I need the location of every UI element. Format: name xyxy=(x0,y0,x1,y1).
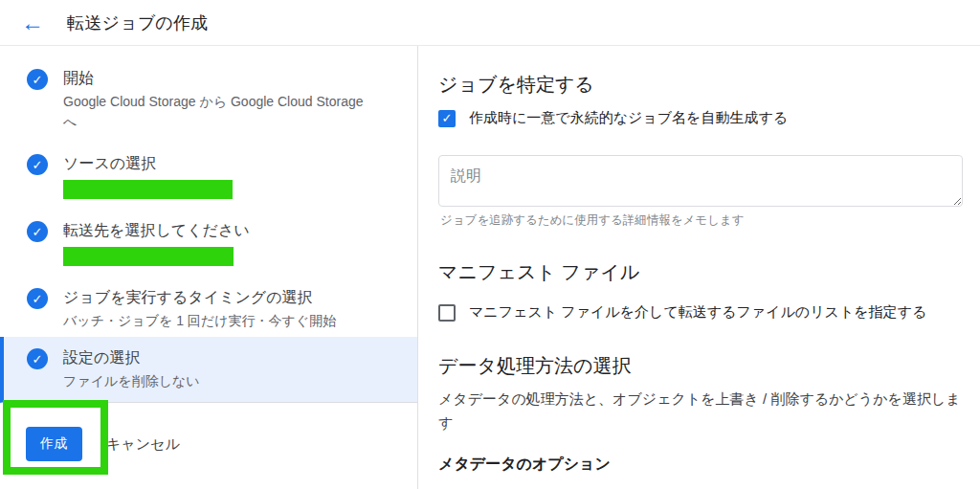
redaction-bar xyxy=(63,247,234,266)
step-title: 設定の選択 xyxy=(63,347,200,368)
step-subtitle: Google Cloud Storage から Google Cloud Sto… xyxy=(63,92,379,132)
main-content: ジョブを特定する ✓ 作成時に一意で永続的なジョブ名を自動生成する ジョブを追跡… xyxy=(418,46,980,489)
section-title-data-handling: データ処理方法の選択 xyxy=(438,352,963,379)
manifest-checkbox-label: マニフェスト ファイルを介して転送するファイルのリストを指定する xyxy=(469,303,926,322)
page-title: 転送ジョブの作成 xyxy=(67,11,208,34)
checkbox-checked-icon[interactable]: ✓ xyxy=(438,110,456,127)
section-title-identify-job: ジョブを特定する xyxy=(438,71,963,98)
step-select-source[interactable]: ✓ ソースの選択 xyxy=(0,153,417,199)
step-title: ジョブを実行するタイミングの選択 xyxy=(63,287,336,308)
step-settings-active[interactable]: ✓ 設定の選択 ファイルを削除しない xyxy=(0,337,417,403)
manifest-checkbox-row[interactable]: マニフェスト ファイルを介して転送するファイルのリストを指定する xyxy=(438,303,963,322)
back-arrow-icon[interactable]: ← xyxy=(21,11,46,34)
create-button[interactable]: 作成 xyxy=(26,427,82,461)
step-title: 開始 xyxy=(63,68,379,89)
step-title: ソースの選択 xyxy=(63,153,233,174)
checkbox-unchecked-icon[interactable] xyxy=(438,304,456,322)
check-circle-icon: ✓ xyxy=(27,69,48,90)
step-schedule[interactable]: ✓ ジョブを実行するタイミングの選択 バッチ・ジョブを 1 回だけ実行・今すぐ開… xyxy=(0,287,417,331)
create-transfer-job-page: ← 転送ジョブの作成 ✓ 開始 Google Cloud Storage から … xyxy=(0,0,980,489)
step-title: 転送先を選択してください xyxy=(63,220,250,241)
check-circle-icon: ✓ xyxy=(27,348,48,369)
step-subtitle: ファイルを削除しない xyxy=(63,371,200,391)
step-start[interactable]: ✓ 開始 Google Cloud Storage から Google Clou… xyxy=(0,68,417,132)
check-circle-icon: ✓ xyxy=(27,154,48,175)
section-title-manifest-file: マニフェスト ファイル xyxy=(438,258,963,285)
redaction-bar xyxy=(63,180,233,199)
check-circle-icon: ✓ xyxy=(27,288,48,309)
description-helper-text: ジョブを追跡するために使用する詳細情報をメモします xyxy=(440,212,963,229)
cancel-button[interactable]: キャンセル xyxy=(106,435,180,454)
auto-name-checkbox-label: 作成時に一意で永続的なジョブ名を自動生成する xyxy=(469,109,788,127)
metadata-options-title: メタデータのオプション xyxy=(438,455,963,475)
page-header: ← 転送ジョブの作成 xyxy=(0,0,980,46)
check-circle-icon: ✓ xyxy=(27,221,48,242)
auto-name-checkbox-row[interactable]: ✓ 作成時に一意で永続的なジョブ名を自動生成する xyxy=(438,109,963,127)
data-handling-description: メタデータの処理方法と、オブジェクトを上書き / 削除するかどうかを選択します xyxy=(438,387,963,434)
stepper-footer: 作成 キャンセル xyxy=(0,427,417,461)
step-subtitle: バッチ・ジョブを 1 回だけ実行・今すぐ開始 xyxy=(63,311,336,331)
stepper-panel: ✓ 開始 Google Cloud Storage から Google Clou… xyxy=(0,46,418,489)
step-select-destination[interactable]: ✓ 転送先を選択してください xyxy=(0,220,417,266)
description-input[interactable] xyxy=(438,155,963,207)
